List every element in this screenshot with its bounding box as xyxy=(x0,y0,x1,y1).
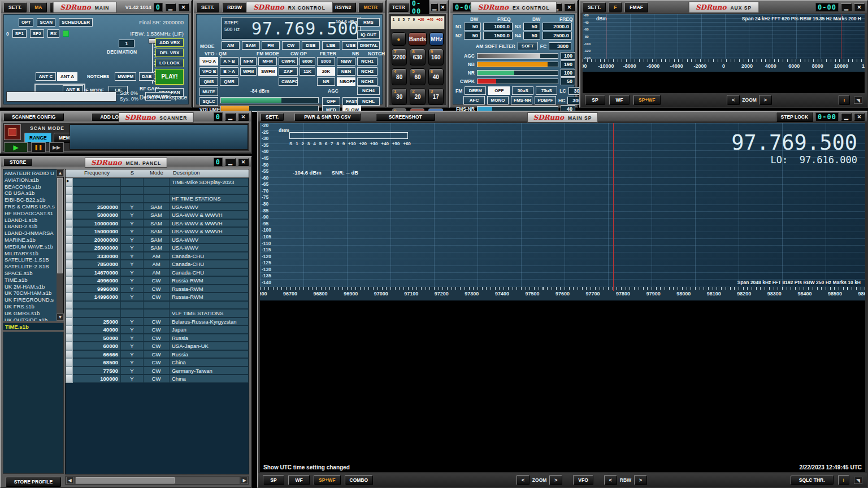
cell-description[interactable]: China xyxy=(170,374,249,383)
h-scroll-thumb[interactable] xyxy=(76,477,175,483)
notch-dab-button[interactable]: DAB xyxy=(139,72,154,81)
filter-11k-button[interactable]: 11K xyxy=(300,67,315,76)
fc-field[interactable]: 3800 xyxy=(549,42,571,50)
row-header-cell[interactable] xyxy=(66,367,73,375)
column-frequency[interactable]: Frequency xyxy=(73,169,121,177)
cell-description[interactable]: Russia-RWM xyxy=(170,276,249,285)
n4-bw-field[interactable]: 50 xyxy=(523,32,540,40)
cell-mode[interactable]: SAM xyxy=(144,236,170,244)
iq-out-button[interactable]: IQ OUT xyxy=(357,30,380,39)
scan-play-button[interactable]: ▶ xyxy=(4,142,28,152)
row-header-cell[interactable] xyxy=(66,211,73,219)
bank-file-item[interactable]: LBAND-3-INMARSA xyxy=(5,230,55,237)
cell-description[interactable]: Russia-RWM xyxy=(170,285,249,293)
nb-slider[interactable] xyxy=(477,62,558,67)
cell-mode[interactable]: CW xyxy=(144,350,170,359)
memory-row[interactable]: 2500000 Y SAM USA-WWV xyxy=(66,203,249,211)
cell-scan[interactable]: Y xyxy=(121,252,144,260)
ant-a-button[interactable]: ANT A xyxy=(57,72,77,81)
row-header-cell[interactable] xyxy=(66,186,73,195)
cell-mode[interactable]: AM xyxy=(144,268,170,277)
cwafc-button[interactable]: CWAFC xyxy=(279,77,298,86)
filter-8000-button[interactable]: 8000 xyxy=(317,57,335,66)
tctr-minimize-button[interactable]: ▁ xyxy=(431,3,438,11)
row-header-cell[interactable] xyxy=(66,325,73,334)
cell-description[interactable] xyxy=(170,186,249,195)
row-header-cell[interactable] xyxy=(66,350,73,359)
frequency-display[interactable]: STEP: 500 Hz 97.769.500 -104.6 dBm xyxy=(222,17,361,40)
aux-info-button[interactable]: i xyxy=(839,95,850,105)
bank-file-item[interactable]: HF BROADCAST.s1 xyxy=(5,210,55,217)
scroll-down-arrow[interactable]: ▼ xyxy=(57,313,64,321)
nr-slider[interactable] xyxy=(477,70,558,76)
main-ma-button[interactable]: MA xyxy=(29,2,47,12)
mute-button[interactable]: MUTE xyxy=(199,88,218,96)
play-button[interactable]: PLAY! xyxy=(155,69,184,85)
n1-freq-field[interactable]: 1000.0 xyxy=(483,23,513,30)
mem-minimize-button[interactable]: ▁ xyxy=(225,158,236,166)
agc-slider[interactable] xyxy=(477,53,558,59)
sp-sp-button[interactable]: SP xyxy=(263,475,284,485)
cell-frequency[interactable]: 60000 xyxy=(73,342,121,350)
nch2-button[interactable]: NCH2 xyxy=(357,67,377,76)
cell-frequency[interactable]: 14996000 xyxy=(73,293,121,301)
cell-scan[interactable]: Y xyxy=(121,260,144,268)
row-header-cell[interactable] xyxy=(66,374,73,383)
cell-frequency[interactable] xyxy=(73,178,121,186)
deem-off-button[interactable]: OFF xyxy=(488,86,510,95)
cell-mode[interactable]: CW xyxy=(144,342,170,350)
row-header-cell[interactable] xyxy=(66,268,73,277)
cell-scan[interactable]: Y xyxy=(121,367,144,375)
fmaf-button[interactable]: FMAF xyxy=(624,2,648,12)
memory-row[interactable]: TIME-Mike SDRplay-2023 xyxy=(66,178,249,186)
cell-scan[interactable]: Y xyxy=(121,211,144,219)
cell-scan[interactable] xyxy=(121,309,144,317)
cell-description[interactable]: USA-WWV & WWVH xyxy=(170,219,249,228)
key-60[interactable]: 560 xyxy=(410,68,425,85)
aux-waterfall[interactable] xyxy=(583,72,865,93)
h-scroll-left-arrow[interactable]: ◀ xyxy=(66,477,73,484)
cell-description[interactable]: USA-WWV xyxy=(170,236,249,244)
key-630[interactable]: 8630 xyxy=(410,49,425,66)
nbw-button[interactable]: NBW xyxy=(337,57,355,66)
mem-close-button[interactable]: ✕ xyxy=(238,158,249,166)
memory-row[interactable]: 50000 Y CW Russia xyxy=(66,334,249,342)
cell-frequency[interactable]: 4996000 xyxy=(73,276,121,285)
bank-file-item[interactable]: FRS & GMRS USA.s xyxy=(5,203,55,210)
table-h-scrollbar[interactable]: ◀ ▶ xyxy=(65,476,249,485)
main-close-button[interactable]: ✕ xyxy=(178,3,189,11)
key-mhz[interactable]: MHz xyxy=(429,32,444,46)
cell-mode[interactable]: SAM xyxy=(144,219,170,228)
nboff-button[interactable]: NBOFF xyxy=(337,77,355,86)
memory-row[interactable]: 40000 Y CW Japan xyxy=(66,325,249,334)
nr-button[interactable]: NR xyxy=(317,77,335,86)
cell-mode[interactable]: CW xyxy=(144,317,170,326)
memory-row[interactable]: 66666 Y CW Russia xyxy=(66,350,249,359)
cell-scan[interactable] xyxy=(121,194,144,203)
key-17[interactable]: 317 xyxy=(428,88,444,105)
memory-row[interactable]: VLF TIME STATIONS xyxy=(66,309,249,317)
nch1-button[interactable]: NCH1 xyxy=(357,57,377,66)
scan-range-button[interactable]: RANGE xyxy=(24,133,52,143)
qmr-button[interactable]: QMR xyxy=(220,77,238,86)
cell-scan[interactable]: Y xyxy=(121,317,144,326)
cell-description[interactable]: China xyxy=(170,358,249,367)
memory-row[interactable]: 14670000 Y AM Canada-CHU xyxy=(66,268,249,277)
aux-sett-button[interactable]: SETT. xyxy=(583,2,606,12)
memory-row[interactable]: HF TIME STATIONS xyxy=(66,194,249,203)
key-40[interactable]: 640 xyxy=(428,68,444,85)
add-vrx-button[interactable]: ADD VRX xyxy=(155,38,184,47)
memory-row[interactable]: 3330000 Y AM Canada-CHU xyxy=(66,252,249,260)
key-30[interactable]: 130 xyxy=(392,88,407,105)
memory-row[interactable]: 15000000 Y SAM USA-WWV & WWVH xyxy=(66,227,249,236)
cell-mode[interactable]: SAM xyxy=(144,203,170,211)
memory-row[interactable]: 5000000 Y SAM USA-WWV & WWVH xyxy=(66,211,249,219)
pwr-snr-csv-button[interactable]: PWR & SNR TO CSV xyxy=(294,113,361,121)
zap-button[interactable]: ZAP xyxy=(279,67,298,76)
key-80[interactable]: 480 xyxy=(392,68,407,85)
cell-frequency[interactable] xyxy=(73,301,121,310)
cell-frequency[interactable]: 40000 xyxy=(73,325,121,334)
rms-button[interactable]: RMS xyxy=(357,18,380,27)
bank-file-item[interactable]: EIBI-BC-B22.s1b xyxy=(5,197,55,203)
nfm-button[interactable]: NFM xyxy=(240,57,257,66)
